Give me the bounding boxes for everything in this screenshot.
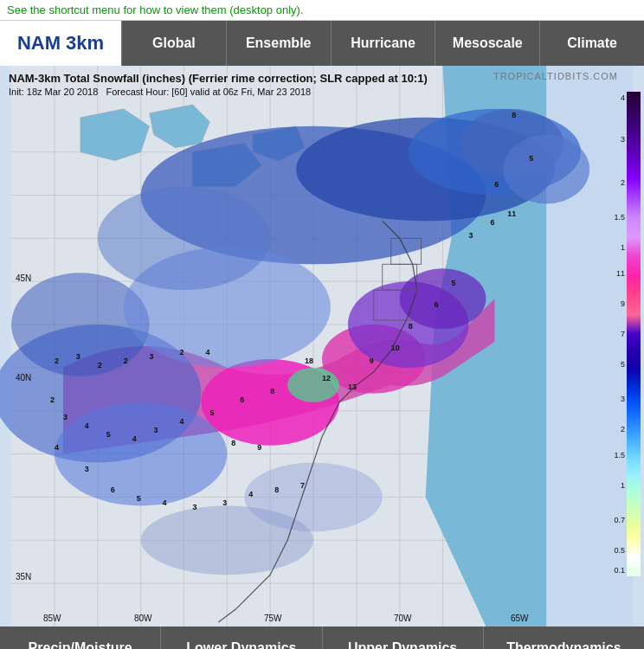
bottom-nav: Precip/MoistureLower DynamicsUpper Dynam… [0,627,644,649]
nav-item-mesoscale[interactable]: Mesoscale [435,21,539,66]
nav-logo[interactable]: NAM 3km [0,21,121,66]
lon-label-65w: 65W [511,614,529,623]
lat-label-35n: 35N [16,572,31,582]
lat-label-45n: 45N [16,273,31,283]
scale-label-2b: 2 [621,425,625,434]
svg-text:3: 3 [63,413,68,421]
top-info-text: See the shortcut menu for how to view th… [7,3,304,16]
scale-gradient [627,92,641,576]
top-info-bar: See the shortcut menu for how to view th… [0,0,644,21]
svg-text:5: 5 [452,279,456,287]
svg-text:6: 6 [111,485,115,494]
svg-text:2: 2 [55,357,59,365]
svg-text:3: 3 [222,498,227,507]
svg-text:3: 3 [154,426,158,434]
svg-point-30 [287,368,339,402]
scale-label-1.5b: 1.5 [614,451,625,459]
svg-text:9: 9 [370,357,374,365]
color-scale: 4 3 2 1.5 1 11 9 7 5 3 2 1.5 1 0.7 0.5 0… [621,92,641,594]
bottom-nav-item-lower-dynamics[interactable]: Lower Dynamics [161,627,322,649]
svg-text:4: 4 [55,443,59,452]
nav-header: NAM 3km GlobalEnsembleHurricaneMesoscale… [0,21,644,66]
bottom-nav-item-precip-moisture[interactable]: Precip/Moisture [0,627,161,649]
scale-label-2: 2 [621,178,625,187]
svg-text:4: 4 [205,348,209,357]
scale-label-0.5: 0.5 [614,546,625,555]
scale-label-0.7: 0.7 [614,516,625,524]
scale-label-9: 9 [621,299,625,308]
svg-point-35 [98,187,270,291]
svg-text:9: 9 [257,443,261,452]
svg-text:8: 8 [231,439,235,447]
svg-text:5: 5 [209,408,214,417]
scale-label-1b: 1 [621,481,625,490]
svg-text:2: 2 [50,395,55,404]
svg-text:6: 6 [240,395,244,404]
map-svg: 18 12 13 9 10 8 6 5 8 6 5 4 3 4 5 4 3 2 … [0,66,644,627]
svg-text:8: 8 [270,387,274,395]
nav-item-climate[interactable]: Climate [539,21,644,66]
svg-text:2: 2 [98,361,102,369]
svg-text:4: 4 [180,417,184,426]
lon-label-85w: 85W [43,614,61,623]
svg-text:3: 3 [85,465,89,473]
svg-text:4: 4 [85,421,89,430]
svg-text:18: 18 [305,357,313,365]
svg-text:2: 2 [180,348,184,357]
nav-item-ensemble[interactable]: Ensemble [226,21,331,66]
svg-point-37 [400,268,486,329]
svg-text:4: 4 [132,434,137,443]
lon-label-80w: 80W [134,614,152,623]
scale-label-3b: 3 [621,395,625,403]
nav-items: GlobalEnsembleHurricaneMesoscaleClimate [121,21,644,66]
scale-label-5: 5 [621,360,625,369]
svg-text:5: 5 [137,494,141,503]
svg-text:5: 5 [106,430,111,439]
svg-text:8: 8 [274,485,279,494]
scale-label-1: 1 [621,243,625,252]
scale-label-7: 7 [621,330,625,338]
svg-text:11: 11 [507,209,516,218]
scale-label-0.1: 0.1 [614,566,625,575]
svg-text:4: 4 [163,498,167,507]
svg-text:5: 5 [529,154,533,163]
svg-text:3: 3 [192,503,196,511]
svg-text:8: 8 [512,111,516,119]
map-container: 18 12 13 9 10 8 6 5 8 6 5 4 3 4 5 4 3 2 … [0,66,644,627]
svg-text:3: 3 [468,231,473,240]
bottom-nav-item-upper-dynamics[interactable]: Upper Dynamics [323,627,484,649]
nav-item-hurricane[interactable]: Hurricane [331,21,435,66]
svg-point-39 [503,135,589,204]
lon-label-70w: 70W [394,614,412,623]
scale-label-4: 4 [621,93,625,102]
svg-text:4: 4 [248,490,253,498]
svg-text:6: 6 [494,180,499,189]
nav-item-global[interactable]: Global [121,21,226,66]
scale-label-3: 3 [621,135,625,144]
svg-text:12: 12 [322,374,331,382]
svg-text:3: 3 [150,352,154,361]
svg-text:6: 6 [435,300,439,309]
lon-label-75w: 75W [264,614,282,623]
scale-label-1.5: 1.5 [614,213,625,222]
bottom-nav-item-thermodynamics[interactable]: Thermodynamics [484,627,644,649]
svg-text:2: 2 [124,357,128,365]
svg-text:6: 6 [490,218,494,227]
lat-label-40n: 40N [16,373,31,382]
svg-text:3: 3 [76,352,80,361]
svg-text:8: 8 [409,322,413,331]
svg-point-32 [55,402,227,506]
scale-label-11: 11 [616,269,625,278]
